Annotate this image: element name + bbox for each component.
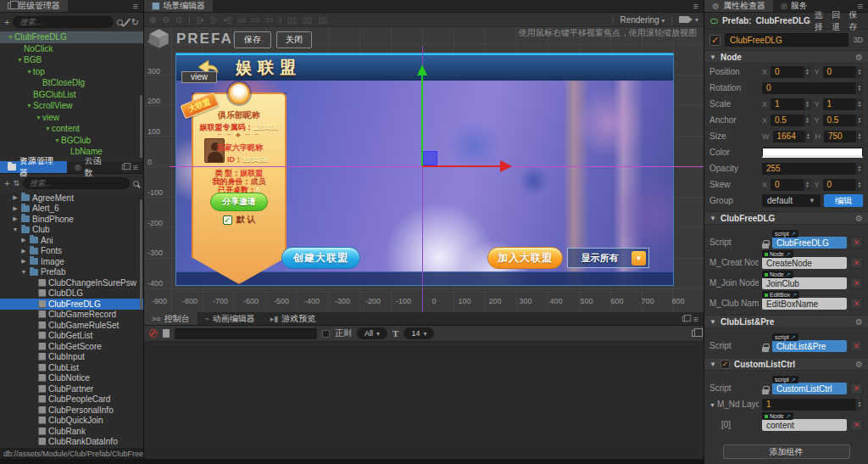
node-name-input[interactable]: [725, 33, 849, 47]
hierarchy-node-bgb[interactable]: ▼BGB: [0, 54, 143, 66]
asset-item-clubchangeinsurepsw[interactable]: ClubChangeInSurePsw: [0, 277, 143, 288]
asset-item-clubnotice[interactable]: ClubNotice: [0, 373, 143, 384]
gizmo-y-axis[interactable]: [421, 75, 423, 166]
asset-item-club[interactable]: ▼Club: [0, 225, 143, 236]
position-x-input[interactable]: 0▲▼: [771, 66, 810, 78]
position-y-input[interactable]: 0▲▼: [823, 66, 863, 78]
regex-checkbox[interactable]: [322, 330, 330, 338]
font-size-dropdown[interactable]: 14▾: [403, 327, 434, 339]
scene-menu-icon[interactable]: ≡: [688, 0, 704, 12]
clubfreedlg-section-header[interactable]: ▼ClubFreeDLG⚙: [704, 211, 868, 225]
zoom-in-icon[interactable]: ⊕: [149, 15, 156, 25]
assets-search-input[interactable]: [23, 177, 130, 189]
asset-item-clubpeoplecard[interactable]: ClubPeopleCard: [0, 394, 143, 405]
expand-arrow-icon[interactable]: ▼: [25, 69, 33, 75]
rotation-input[interactable]: 0▲▼: [762, 82, 863, 94]
gear-icon[interactable]: ⚙: [855, 360, 863, 369]
log-level-dropdown[interactable]: All▾: [357, 327, 387, 339]
rendering-dropdown[interactable]: Rendering ▾: [620, 15, 665, 25]
console-dock-icon[interactable]: [692, 330, 698, 337]
opacity-input[interactable]: 255▲▼: [762, 163, 863, 175]
layout-icon[interactable]: [682, 316, 687, 321]
prefab-close-button[interactable]: 关闭: [276, 31, 312, 48]
view-node-tag[interactable]: view: [181, 71, 217, 83]
asset-item-agreement[interactable]: ▶AgreeMent: [0, 193, 143, 204]
remove-icon[interactable]: ✕: [850, 340, 863, 352]
script-chip[interactable]: CustomListCtrl: [772, 383, 847, 394]
layout-icon[interactable]: [121, 165, 126, 170]
expand-arrow-icon[interactable]: ▼: [16, 57, 24, 63]
camera-dropdown-icon[interactable]: ▾: [695, 16, 698, 24]
camera-icon[interactable]: [679, 16, 689, 23]
tab-console[interactable]: >≡ 控制台: [144, 312, 198, 325]
asset-item-clubgamerecord[interactable]: ClubGameRecord: [0, 310, 143, 321]
node-ref-chip[interactable]: JoinClub: [762, 277, 847, 289]
remove-icon[interactable]: ✕: [850, 298, 863, 310]
node-ref-chip[interactable]: content: [762, 419, 847, 431]
group-select[interactable]: default▼: [762, 194, 821, 207]
align-center-h-icon[interactable]: ▯▫: [210, 15, 218, 25]
create-alliance-button[interactable]: 创建大联盟: [281, 247, 360, 269]
asset-item-clubrankdatainfo[interactable]: ClubRankDataInfo: [0, 437, 143, 448]
search-icon[interactable]: [117, 20, 123, 25]
asset-item-ani[interactable]: ▶Ani: [0, 235, 143, 246]
hierarchy-node-noclick[interactable]: NoClick: [0, 43, 143, 55]
asset-item-clubrank[interactable]: ClubRank: [0, 426, 143, 437]
hierarchy-search-input[interactable]: [13, 16, 113, 28]
add-node-button[interactable]: +: [4, 18, 9, 27]
remove-icon[interactable]: ✕: [850, 419, 863, 431]
asset-item-clubgetscore[interactable]: ClubGetScore: [0, 341, 143, 352]
zoom-out-icon[interactable]: ⊖: [162, 15, 169, 25]
asset-item-clubinput[interactable]: ClubInput: [0, 352, 143, 363]
script-chip[interactable]: ClubList&Pre: [772, 340, 847, 352]
asset-item-clubgetlist[interactable]: ClubGetList: [0, 331, 143, 342]
asset-item-clublist[interactable]: ClubList: [0, 362, 143, 373]
remove-icon[interactable]: ✕: [850, 383, 863, 394]
expand-arrow-icon[interactable]: ▶: [12, 194, 19, 201]
search-icon[interactable]: [133, 181, 139, 187]
skew-x-input[interactable]: 0▲▼: [771, 179, 810, 191]
remove-icon[interactable]: ✕: [850, 257, 863, 269]
hierarchy-node-bgclublist[interactable]: BGClubList: [0, 89, 143, 101]
size-h-input[interactable]: 750▲▼: [824, 131, 863, 143]
prefab-save-button[interactable]: 保存: [849, 9, 862, 33]
clubfreedlg-node[interactable]: 娱联盟 大联盟 俱乐部昵称 娱联盟专属码：123456 ─ ─ ◆ ─ ─ 玩家…: [175, 53, 674, 286]
asset-item-clubdlg[interactable]: ClubDLG: [0, 288, 143, 299]
tab-cloud-functions[interactable]: ◎ 云函数: [67, 161, 116, 173]
node-ref-chip[interactable]: CreateNode: [762, 257, 847, 269]
expand-arrow-icon[interactable]: ▼: [7, 34, 14, 40]
gear-icon[interactable]: ⚙: [855, 53, 863, 62]
expand-arrow-icon[interactable]: ▶: [20, 258, 27, 265]
hierarchy-node-bgclub[interactable]: ▼BGClub: [0, 135, 143, 147]
skew-y-input[interactable]: 0▲▼: [823, 179, 863, 191]
scale-y-input[interactable]: 1▲▼: [823, 98, 863, 110]
hierarchy-node-clubfreedlg[interactable]: ▼ClubFreeDLG: [0, 31, 143, 43]
expand-arrow-icon[interactable]: ▶: [20, 237, 27, 243]
prefab-save-button[interactable]: 保存: [234, 31, 271, 48]
share-invite-button[interactable]: 分享邀请: [210, 193, 268, 211]
asset-item-image[interactable]: ▶Image: [0, 256, 143, 267]
tab-hierarchy[interactable]: 层级管理器: [0, 0, 68, 12]
asset-item-clubfreedlg[interactable]: ClubFreeDLG: [0, 299, 143, 310]
size-w-input[interactable]: 1664▲▼: [773, 131, 812, 143]
asset-item-bindphone[interactable]: ▶BindPhone: [0, 214, 143, 225]
prefab-select-button[interactable]: 选择: [815, 9, 827, 33]
asset-item-clubgameruleset[interactable]: ClubGameRuleSet: [0, 320, 143, 331]
hierarchy-scrollbar[interactable]: [140, 95, 142, 158]
expand-arrow-icon[interactable]: ▼: [35, 115, 42, 120]
remove-icon[interactable]: ✕: [850, 237, 863, 249]
hierarchy-menu-icon[interactable]: ≡: [128, 0, 143, 12]
club-info-card[interactable]: 俱乐部昵称 娱联盟专属码：123456 ─ ─ ◆ ─ ─ 玩家六字昵称 ID：…: [192, 92, 287, 284]
clear-console-icon[interactable]: [149, 329, 158, 338]
tab-animation-editor[interactable]: ~ 动画编辑器: [198, 312, 263, 325]
expand-arrow-icon[interactable]: ▼: [44, 126, 52, 131]
expand-arrow-icon[interactable]: ▶: [20, 248, 27, 254]
hierarchy-node-top[interactable]: ▼top: [0, 66, 143, 78]
assets-menu-icons[interactable]: ≡: [116, 161, 143, 173]
show-all-dropdown[interactable]: 显示所有 ▼: [567, 248, 649, 268]
default-checkbox-row[interactable]: ✓ 默 认: [193, 214, 285, 226]
hierarchy-node-scrollview[interactable]: ▼ScrollView: [0, 100, 143, 112]
expand-arrow-icon[interactable]: ▶: [12, 205, 19, 212]
align-middle-icon[interactable]: ▭: [251, 15, 259, 25]
asset-item-clubquickjoin[interactable]: ClubQuickJoin: [0, 416, 143, 427]
